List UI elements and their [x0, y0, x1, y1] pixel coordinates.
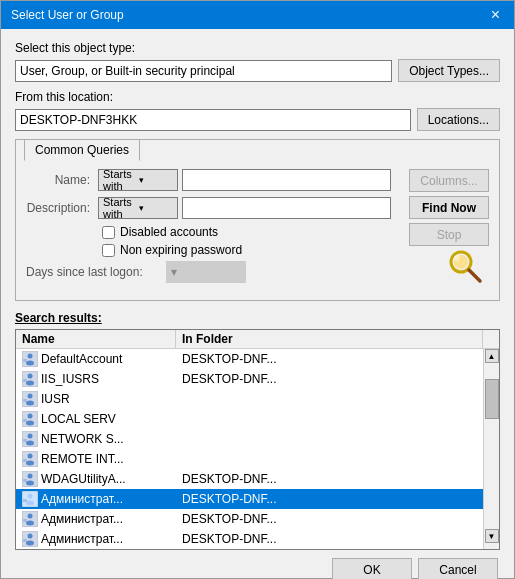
svg-rect-39 — [23, 519, 27, 522]
columns-button[interactable]: Columns... — [409, 169, 489, 192]
days-row: Days since last logon: ▾ — [26, 261, 391, 283]
object-type-row: Object Types... — [15, 59, 500, 82]
col-header-name[interactable]: Name — [16, 330, 176, 348]
name-cell: IIS_IUSRS — [16, 370, 176, 388]
name-cell: NETWORK S... — [16, 430, 176, 448]
non-expiring-checkbox[interactable] — [102, 244, 115, 257]
ok-button[interactable]: OK — [332, 558, 412, 579]
table-row[interactable]: NETWORK S... — [16, 429, 483, 449]
row-name: Администрат... — [41, 492, 123, 506]
svg-rect-35 — [23, 499, 27, 502]
svg-point-25 — [28, 454, 33, 459]
locations-button[interactable]: Locations... — [417, 108, 500, 131]
folder-cell: DESKTOP-DNF... — [176, 491, 483, 507]
svg-point-30 — [26, 481, 34, 486]
desc-filter-value: Starts with — [103, 196, 137, 220]
object-types-button[interactable]: Object Types... — [398, 59, 500, 82]
table-row[interactable]: DefaultAccountDESKTOP-DNF... — [16, 349, 483, 369]
name-cell: Администрат... — [16, 490, 176, 508]
close-button[interactable]: × — [487, 7, 504, 23]
user-icon — [22, 511, 38, 527]
folder-cell: DESKTOP-DNF... — [176, 511, 483, 527]
user-icon — [22, 371, 38, 387]
stop-button[interactable]: Stop — [409, 223, 489, 246]
results-header: Name In Folder — [16, 330, 499, 349]
desc-filter-arrow: ▾ — [139, 203, 173, 213]
table-row[interactable]: Администрат...DESKTOP-DNF... — [16, 509, 483, 529]
name-field-label: Name: — [26, 173, 98, 187]
desc-filter-combo[interactable]: Starts with ▾ — [98, 197, 178, 219]
search-icon-area — [445, 246, 489, 290]
scrollbar-thumb[interactable] — [485, 379, 499, 419]
user-icon — [22, 411, 38, 427]
row-name: WDAGUtilityA... — [41, 472, 126, 486]
svg-point-38 — [26, 521, 34, 526]
svg-point-18 — [26, 421, 34, 426]
folder-cell — [176, 418, 483, 420]
days-combo-arrow: ▾ — [171, 265, 177, 279]
svg-rect-7 — [23, 359, 27, 362]
svg-point-6 — [26, 361, 34, 366]
disabled-accounts-row: Disabled accounts — [26, 225, 391, 239]
object-type-input[interactable] — [15, 60, 392, 82]
svg-point-5 — [28, 354, 33, 359]
dialog-title: Select User or Group — [11, 8, 124, 22]
svg-point-17 — [28, 414, 33, 419]
search-results-section: Search results: Name In Folder DefaultAc… — [15, 311, 500, 550]
select-user-group-dialog: Select User or Group × Select this objec… — [0, 0, 515, 579]
days-combo[interactable]: ▾ — [166, 261, 246, 283]
svg-rect-23 — [23, 439, 27, 442]
row-name: Администрат... — [41, 512, 123, 526]
table-row[interactable]: IIS_IUSRSDESKTOP-DNF... — [16, 369, 483, 389]
name-cell: IUSR — [16, 390, 176, 408]
scroll-down-button[interactable]: ▼ — [485, 529, 499, 543]
table-row[interactable]: Администрат...DESKTOP-DNF... — [16, 529, 483, 549]
search-results-label: Search results: — [15, 311, 500, 325]
name-row: Name: Starts with ▾ — [26, 169, 391, 191]
table-row[interactable]: REMOTE INT... — [16, 449, 483, 469]
search-icon — [445, 246, 485, 286]
svg-point-13 — [28, 394, 33, 399]
location-input[interactable] — [15, 109, 411, 131]
title-bar: Select User or Group × — [1, 1, 514, 29]
svg-rect-43 — [23, 539, 27, 542]
name-cell: WDAGUtilityA... — [16, 470, 176, 488]
scroll-up-button[interactable]: ▲ — [485, 349, 499, 363]
folder-cell — [176, 438, 483, 440]
non-expiring-row: Non expiring password — [26, 243, 391, 257]
right-panel: Columns... Find Now Stop — [399, 169, 489, 290]
table-row[interactable]: LOCAL SERV — [16, 409, 483, 429]
group-inner: Name: Starts with ▾ Description: Starts — [26, 169, 489, 290]
cancel-button[interactable]: Cancel — [418, 558, 498, 579]
svg-line-2 — [469, 270, 480, 281]
col-header-folder[interactable]: In Folder — [176, 330, 483, 348]
name-filter-input[interactable] — [182, 169, 391, 191]
scrollbar[interactable]: ▲ ▼ — [483, 349, 499, 549]
find-now-button[interactable]: Find Now — [409, 196, 489, 219]
disabled-accounts-checkbox[interactable] — [102, 226, 115, 239]
svg-point-34 — [26, 501, 34, 506]
table-row[interactable]: WDAGUtilityA...DESKTOP-DNF... — [16, 469, 483, 489]
name-filter-combo[interactable]: Starts with ▾ — [98, 169, 178, 191]
svg-point-33 — [28, 494, 33, 499]
results-scroll-container: DefaultAccountDESKTOP-DNF... IIS_IUSRSDE… — [16, 349, 499, 549]
dialog-body: Select this object type: Object Types...… — [1, 29, 514, 579]
table-row[interactable]: IUSR — [16, 389, 483, 409]
user-icon — [22, 351, 38, 367]
common-queries-tab[interactable]: Common Queries — [24, 139, 140, 161]
days-label: Days since last logon: — [26, 265, 166, 279]
group-box-content: Name: Starts with ▾ Description: Starts — [16, 161, 499, 300]
common-queries-groupbox: Common Queries Name: Starts with ▾ — [15, 139, 500, 301]
name-cell: LOCAL SERV — [16, 410, 176, 428]
row-name: NETWORK S... — [41, 432, 124, 446]
results-table: Name In Folder DefaultAccountDESKTOP-DNF… — [15, 329, 500, 550]
folder-cell — [176, 458, 483, 460]
desc-filter-input[interactable] — [182, 197, 391, 219]
table-row[interactable]: Администрат...DESKTOP-DNF... — [16, 489, 483, 509]
svg-point-14 — [26, 401, 34, 406]
results-body[interactable]: DefaultAccountDESKTOP-DNF... IIS_IUSRSDE… — [16, 349, 483, 549]
svg-point-37 — [28, 514, 33, 519]
desc-field-label: Description: — [26, 201, 98, 215]
location-row: Locations... — [15, 108, 500, 131]
location-label: From this location: — [15, 90, 500, 104]
